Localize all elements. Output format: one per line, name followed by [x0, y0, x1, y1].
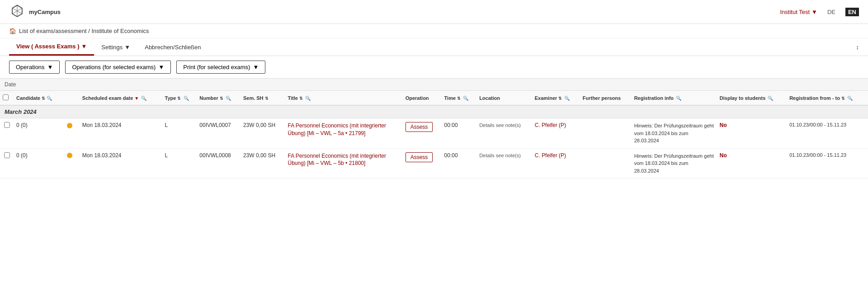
type-value: L: [165, 152, 168, 159]
row-checkbox-1[interactable]: [4, 152, 10, 158]
time-sort-icon[interactable]: ⇅: [457, 96, 461, 101]
details-value: Details see note(s): [479, 153, 521, 158]
table-row: 0 (0) Mon 18.03.2024 L 00IVWL0008 23W 0,…: [0, 148, 868, 178]
further-persons-cell: [580, 118, 632, 149]
reg-from-search-icon[interactable]: 🔍: [847, 96, 853, 101]
dot-cell: [62, 148, 80, 178]
time-value: 00:00: [444, 152, 458, 159]
svg-line-5: [12, 14, 17, 17]
logo-icon: [9, 4, 25, 20]
number-search-icon[interactable]: 🔍: [226, 96, 231, 101]
scheduled-date-value: Mon 18.03.2024: [82, 122, 122, 128]
display-students-value: No: [720, 152, 727, 159]
reg-info-search-icon[interactable]: 🔍: [676, 96, 681, 101]
lang-en-button[interactable]: EN: [845, 8, 859, 16]
examiner-cell[interactable]: C. Pfeifer (P): [532, 118, 580, 149]
title-sort-icon[interactable]: ⇅: [299, 96, 303, 101]
sem-sh-cell: 23W 0,00 SH: [241, 118, 285, 149]
details-value: Details see note(s): [479, 122, 521, 128]
row-checkbox-cell[interactable]: [0, 118, 14, 149]
nav-item-view-assess[interactable]: View ( Assess Exams ) ▼: [9, 38, 94, 56]
sem-sh-sort-icon[interactable]: ⇅: [265, 96, 269, 101]
time-search-icon[interactable]: 🔍: [463, 96, 468, 101]
month-group-row: March 2024: [0, 105, 868, 118]
reg-info-value: Hinweis: Der Prüfungszeitraum geht vom 1…: [634, 123, 714, 143]
number-sort-icon[interactable]: ⇅: [220, 96, 223, 101]
time-cell: 00:00: [442, 118, 477, 149]
assess-button[interactable]: Assess: [406, 152, 433, 162]
breadcrumb: 🏠 List of exams/assessment / Institute o…: [0, 24, 868, 38]
svg-line-1: [12, 5, 17, 8]
reg-from-sort-icon[interactable]: ⇅: [841, 96, 845, 101]
nav-item-close[interactable]: Abbrechen/Schließen: [137, 39, 208, 55]
col-header-reg-from: Registration from - to ⇅ 🔍: [787, 91, 868, 106]
location-cell: Details see note(s): [476, 148, 532, 178]
display-students-search-icon[interactable]: 🔍: [768, 96, 773, 101]
scheduled-date-filter-icon[interactable]: ▼: [134, 96, 139, 101]
operations-dropdown-icon: ▼: [47, 64, 53, 70]
type-cell: L: [162, 148, 197, 178]
month-label: March 2024: [0, 105, 868, 118]
scheduled-date-cell: Mon 18.03.2024: [80, 148, 162, 178]
reg-from-cell: 01.10.23/00:00 - 15.11.23: [787, 148, 868, 178]
type-search-icon[interactable]: 🔍: [184, 96, 189, 101]
reg-info-cell: Hinweis: Der Prüfungszeitraum geht vom 1…: [632, 118, 717, 149]
operation-cell[interactable]: Assess: [403, 148, 442, 178]
examiner-link[interactable]: C. Pfeifer (P): [535, 152, 566, 159]
col-header-time: Time ⇅ 🔍: [442, 91, 477, 106]
location-cell: Details see note(s): [476, 118, 532, 149]
table-container: Date Candidate ⇅ 🔍 Scheduled exam date ▼…: [0, 79, 868, 178]
svg-line-6: [17, 14, 22, 17]
candidate-value: 0 (0): [16, 152, 28, 159]
institute-link[interactable]: Institut Test ▼: [780, 9, 817, 15]
assess-button[interactable]: Assess: [406, 122, 433, 132]
number-cell: 00IVWL0007: [197, 118, 241, 149]
status-dot-icon: [67, 153, 72, 158]
operations-selected-button[interactable]: Operations (for selected exams) ▼: [65, 61, 171, 74]
title-value: FA Personnel Economics (mit integrierter…: [288, 122, 386, 136]
col-header-type: Type ⇅ 🔍: [162, 91, 197, 106]
print-selected-button[interactable]: Print (for selected exams) ▼: [176, 61, 265, 74]
title-search-icon[interactable]: 🔍: [305, 96, 311, 101]
row-checkbox-cell[interactable]: [0, 148, 14, 178]
time-cell: 00:00: [442, 148, 477, 178]
examiner-link[interactable]: C. Pfeifer (P): [535, 122, 566, 128]
type-sort-icon[interactable]: ⇅: [177, 96, 181, 101]
breadcrumb-text: List of exams/assessment / Institute of …: [19, 28, 149, 34]
examiner-sort-icon[interactable]: ⇅: [558, 96, 562, 101]
examiner-search-icon[interactable]: 🔍: [564, 96, 570, 101]
col-header-checkbox: [0, 91, 14, 106]
logo-area: myCampus: [9, 4, 61, 20]
scheduled-date-search-icon[interactable]: 🔍: [141, 96, 146, 101]
sem-sh-value: 23W 0,00 SH: [243, 152, 275, 159]
operations-selected-dropdown-icon: ▼: [158, 64, 164, 70]
reg-from-value: 01.10.23/00:00 - 15.11.23: [789, 152, 846, 158]
lang-de-button[interactable]: DE: [825, 8, 838, 16]
col-header-examiner: Examiner ⇅ 🔍: [532, 91, 580, 106]
candidate-sort-icon[interactable]: ⇅: [42, 96, 45, 101]
dropdown-icon: ▼: [811, 9, 817, 15]
nav-right-icon[interactable]: ↕: [856, 44, 859, 51]
print-selected-dropdown-icon: ▼: [253, 64, 259, 70]
col-header-further-persons: Further persons: [580, 91, 632, 106]
col-header-reg-info: Registration info 🔍: [632, 91, 717, 106]
type-value: L: [165, 122, 168, 128]
status-dot-icon: [67, 123, 72, 128]
further-persons-cell: [580, 148, 632, 178]
candidate-cell: 0 (0): [14, 148, 62, 178]
time-value: 00:00: [444, 122, 458, 128]
candidate-filter-icon[interactable]: 🔍: [47, 96, 52, 101]
col-header-sem-sh: Sem. SH ⇅: [241, 91, 285, 106]
nav-item-settings[interactable]: Settings ▼: [94, 39, 137, 55]
row-checkbox-0[interactable]: [4, 122, 10, 128]
select-all-checkbox[interactable]: [3, 94, 9, 100]
col-header-operation: Operation: [403, 91, 442, 106]
examiner-cell[interactable]: C. Pfeifer (P): [532, 148, 580, 178]
display-students-value: No: [720, 122, 727, 128]
operations-button[interactable]: Operations ▼: [9, 61, 60, 74]
date-header-row: Date: [0, 79, 868, 91]
table-body: 0 (0) Mon 18.03.2024 L 00IVWL0007 23W 0,…: [0, 118, 868, 178]
home-icon[interactable]: 🏠: [9, 28, 16, 34]
svg-line-2: [17, 5, 22, 8]
operation-cell[interactable]: Assess: [403, 118, 442, 149]
